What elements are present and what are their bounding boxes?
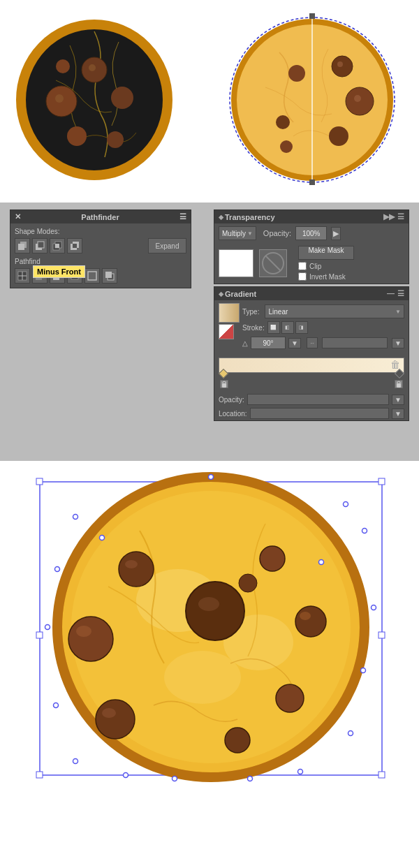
light-cookie-canvas	[223, 10, 402, 189]
gradient-stroke-swatch[interactable]	[219, 324, 234, 339]
minus-front-tooltip: Minus Front	[33, 265, 85, 278]
shape-modes-row: Expand	[15, 238, 186, 253]
clip-checkbox-row: Clip	[298, 262, 354, 270]
svg-point-7	[67, 126, 87, 146]
opacity-row: Opacity: ▼	[214, 392, 409, 406]
gradient-bar[interactable]	[219, 358, 404, 373]
svg-rect-48	[88, 272, 96, 280]
svg-rect-30	[20, 242, 27, 248]
bottom-canvas-area	[0, 461, 419, 868]
gradient-bar-container: 🗑	[219, 358, 404, 388]
svg-point-69	[164, 651, 241, 704]
panels-area: ✕ Pathfinder ☰ Shape Modes: Expand	[0, 203, 419, 461]
stroke-icons: ⬜ ◧ ◨	[267, 321, 308, 334]
gradient-aspect-bar	[322, 337, 388, 348]
svg-point-110	[248, 777, 253, 781]
svg-point-76	[125, 560, 138, 568]
svg-rect-63	[378, 772, 385, 778]
panel-expand-arrows-icon[interactable]: ▶▶	[383, 212, 395, 221]
panel-menu-icon[interactable]: ☰	[179, 212, 186, 221]
svg-point-24	[288, 65, 305, 82]
pathfinder-panel: ✕ Pathfinder ☰ Shape Modes: Expand	[10, 209, 191, 288]
svg-line-52	[265, 256, 281, 271]
svg-point-9	[56, 59, 70, 73]
svg-point-109	[45, 625, 50, 630]
pathfind-label: Pathfind	[15, 258, 186, 265]
lock-right-icon[interactable]	[395, 380, 403, 388]
svg-rect-61	[36, 772, 43, 778]
svg-point-26	[280, 140, 293, 153]
svg-rect-59	[36, 632, 43, 638]
angle-input[interactable]	[251, 337, 286, 349]
divide-btn[interactable]	[15, 268, 30, 284]
svg-point-99	[54, 703, 59, 708]
svg-point-101	[348, 731, 353, 736]
minus-back-btn[interactable]	[102, 268, 117, 284]
location-row: Location: ▼	[214, 406, 409, 420]
type-label: Type:	[242, 308, 259, 316]
gradient-fill-swatch[interactable]	[219, 303, 240, 323]
transparency-menu-icon[interactable]: ☰	[397, 212, 404, 221]
gradient-expand-icon[interactable]: —	[387, 289, 395, 298]
stroke-label: Stroke:	[242, 324, 265, 332]
intersect-btn[interactable]	[50, 238, 65, 253]
stroke-icon-2[interactable]: ◧	[281, 321, 294, 334]
invert-mask-checkbox-row: Invert Mask	[298, 272, 354, 281]
svg-point-104	[124, 773, 128, 778]
panel-collapse-icon[interactable]: ✕	[15, 212, 21, 221]
svg-point-10	[89, 64, 96, 71]
exclude-btn[interactable]	[67, 238, 82, 253]
svg-point-97	[73, 515, 78, 520]
location-bar[interactable]	[250, 408, 390, 419]
svg-point-23	[329, 126, 348, 146]
transparency-title: Transparency	[225, 213, 275, 221]
clip-label: Clip	[309, 263, 321, 270]
svg-point-107	[319, 560, 324, 565]
reverse-gradient-btn[interactable]: ↔	[307, 337, 318, 348]
svg-rect-54	[397, 383, 401, 388]
stroke-icon-1[interactable]: ⬜	[267, 321, 280, 334]
opacity-arrow-btn[interactable]: ▶	[331, 227, 341, 240]
svg-point-25	[276, 115, 290, 129]
blend-mode-dropdown[interactable]: Multiply ▼	[219, 226, 256, 240]
no-mask-thumbnail[interactable]	[259, 249, 287, 277]
gradient-type-dropdown[interactable]: Linear ▼	[265, 304, 404, 318]
top-canvas-area	[0, 0, 419, 203]
location-row-arrow[interactable]: ▼	[392, 409, 404, 419]
stroke-icon-3[interactable]: ◨	[295, 321, 308, 334]
gradient-panel: ◆ Gradient — ☰ Type: Linear ▼	[214, 286, 409, 421]
svg-rect-60	[378, 632, 385, 638]
expand-btn[interactable]: Expand	[148, 238, 186, 253]
dark-cookie-canvas	[14, 10, 175, 189]
svg-point-106	[100, 536, 105, 540]
lock-left-icon[interactable]	[220, 380, 228, 388]
make-mask-btn[interactable]: Make Mask	[298, 246, 354, 260]
svg-rect-58	[378, 478, 385, 485]
svg-rect-18	[309, 179, 315, 185]
minus-front-btn[interactable]	[32, 238, 47, 253]
opacity-row-arrow[interactable]: ▼	[392, 395, 404, 405]
svg-rect-53	[222, 383, 226, 388]
aspect-arrow[interactable]: ▼	[392, 338, 404, 348]
outline-btn[interactable]	[84, 268, 100, 284]
svg-rect-17	[309, 13, 315, 19]
gradient-menu-icon[interactable]: ☰	[397, 289, 404, 298]
svg-point-100	[73, 759, 78, 764]
svg-point-28	[354, 95, 361, 102]
pathfind-row: Minus Front	[15, 268, 186, 284]
svg-point-87	[300, 612, 311, 620]
opacity-input[interactable]	[295, 226, 327, 240]
svg-point-73	[198, 597, 219, 611]
location-row-label: Location:	[219, 410, 247, 418]
transparency-title-bar: ◆ Transparency ▶▶ ☰	[214, 210, 409, 223]
invert-mask-checkbox[interactable]	[298, 272, 307, 281]
unite-btn[interactable]	[15, 238, 30, 253]
mask-thumbnail[interactable]	[219, 249, 253, 277]
angle-arrow[interactable]: ▼	[288, 338, 301, 348]
opacity-bar[interactable]	[247, 394, 389, 405]
svg-rect-38	[73, 244, 77, 248]
clip-checkbox[interactable]	[298, 262, 307, 270]
delete-stop-icon[interactable]: 🗑	[390, 359, 400, 370]
pathfinder-title: Pathfinder	[81, 213, 119, 221]
svg-point-95	[362, 529, 367, 534]
